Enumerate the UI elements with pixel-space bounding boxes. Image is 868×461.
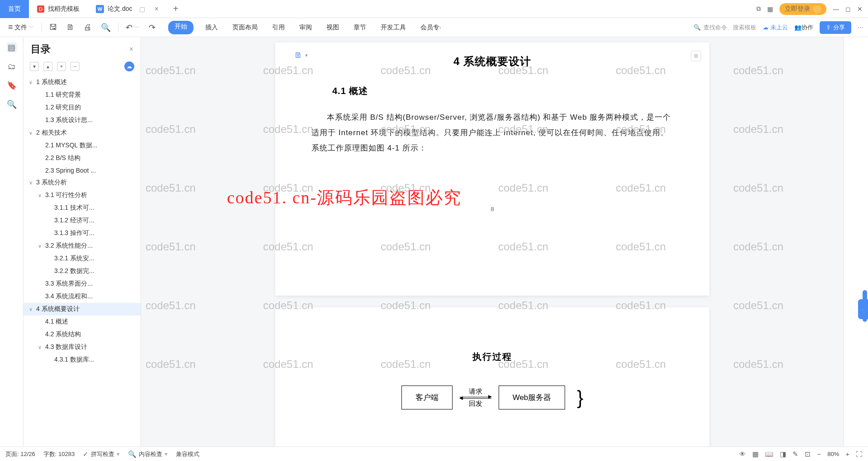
collapse-all-button[interactable]: ▾: [30, 62, 39, 71]
outline-item[interactable]: 3.2.1 系统安...: [24, 252, 141, 265]
tab-template[interactable]: D 找稻壳模板: [29, 0, 88, 18]
ribbon-chapter[interactable]: 章节: [351, 21, 369, 34]
document-canvas[interactable]: 🗎▾ ≡ 4 系统概要设计 4.1 概述 本系统采用 B/S 结构(Browse…: [141, 37, 844, 447]
save-as-button[interactable]: 🗎: [63, 21, 78, 34]
outline-item[interactable]: ∨2 相关技术: [24, 127, 141, 139]
ribbon-view[interactable]: 视图: [324, 21, 342, 34]
ribbon-references[interactable]: 引用: [269, 21, 288, 34]
document-page-2: 执行过程 客户端 请求 回发 Web服务器 }: [275, 307, 709, 447]
collab-button[interactable]: 👥协作: [794, 24, 813, 32]
outline-item[interactable]: 1.1 研究背景: [24, 89, 141, 101]
outline-item-label: 4 系统概要设计: [36, 305, 80, 313]
login-button[interactable]: 立即登录: [779, 3, 826, 15]
apps-icon[interactable]: ▦: [767, 5, 773, 13]
zoom-fit-icon[interactable]: ⊡: [805, 450, 811, 458]
share-icon: ⇧: [826, 24, 831, 31]
page-menu-icon[interactable]: ≡: [691, 51, 701, 61]
undo-button[interactable]: ↶﹀: [122, 21, 143, 34]
add-heading-button[interactable]: +: [57, 62, 66, 71]
status-page[interactable]: 页面: 12/26: [5, 450, 35, 458]
view-mode-1-icon[interactable]: ▦: [752, 450, 759, 458]
outline-item[interactable]: 2.2 B/S 结构: [24, 152, 141, 165]
outline-rail-icon[interactable]: ▤: [7, 42, 17, 52]
watermark-text: code51.cn: [733, 358, 783, 371]
close-window-icon[interactable]: ✕: [857, 5, 863, 13]
command-search[interactable]: 🔍查找命令、搜索模板: [693, 24, 756, 32]
minimize-icon[interactable]: —: [833, 5, 839, 13]
maximize-icon[interactable]: ◻: [845, 5, 851, 13]
bracket-icon: }: [577, 387, 583, 409]
outline-item[interactable]: 4.1 概述: [24, 315, 141, 328]
remove-heading-button[interactable]: −: [71, 62, 80, 71]
page-actions-icon[interactable]: 🗎▾: [294, 51, 308, 60]
outline-item[interactable]: 4.3.1 数据库...: [24, 353, 141, 366]
outline-item-label: 3 系统分析: [36, 179, 67, 187]
chevron-icon: ∨: [38, 193, 43, 198]
ribbon-vip[interactable]: 会员专›: [418, 21, 444, 34]
outline-item[interactable]: 3.2.2 数据完...: [24, 265, 141, 278]
search-rail-icon[interactable]: 🔍: [7, 99, 17, 109]
outline-item[interactable]: 3.3 系统界面分...: [24, 278, 141, 290]
ribbon-page-layout[interactable]: 页面布局: [230, 21, 260, 34]
outline-item[interactable]: 1.3 系统设计思...: [24, 114, 141, 127]
print-button[interactable]: 🖨: [80, 21, 95, 34]
search-icon: 🔍: [693, 24, 701, 31]
outline-item[interactable]: 4.2 系统结构: [24, 328, 141, 341]
outline-item-label: 3.1.3 操作可...: [54, 229, 94, 237]
preview-button[interactable]: 🔍: [97, 21, 114, 34]
outline-float-icon[interactable]: ☁: [124, 61, 134, 71]
share-button[interactable]: ⇧分享: [820, 21, 851, 34]
ribbon-insert[interactable]: 插入: [203, 21, 221, 34]
tab-window-icon[interactable]: ▢: [139, 5, 145, 13]
redo-button[interactable]: ↷: [145, 21, 159, 34]
outline-item[interactable]: ∨4 系统概要设计: [24, 303, 141, 315]
diagram-resp-label: 回发: [469, 400, 482, 408]
eye-icon[interactable]: 👁: [739, 450, 746, 458]
status-words[interactable]: 字数: 10283: [43, 450, 75, 458]
scrollbar-thumb[interactable]: [863, 290, 867, 322]
view-mode-3-icon[interactable]: ◨: [780, 450, 786, 458]
menu-button[interactable]: ≡文件﹀: [5, 21, 38, 34]
chevron-icon: ∨: [29, 180, 34, 186]
outline-item-label: 4.3.1 数据库...: [54, 356, 94, 364]
watermark-text: code51.cn: [733, 182, 783, 194]
tab-close-icon[interactable]: ×: [154, 5, 158, 13]
expand-all-button[interactable]: ▴: [43, 62, 52, 71]
outline-item[interactable]: ∨3.1 可行性分析: [24, 189, 141, 202]
outline-item[interactable]: 2.3 Spring Boot ...: [24, 165, 141, 176]
outline-close-icon[interactable]: ×: [129, 45, 133, 53]
outline-item[interactable]: 3.1.3 操作可...: [24, 227, 141, 240]
zoom-in-icon[interactable]: +: [845, 450, 849, 458]
spellcheck-button[interactable]: ✓拼写检查 ▾: [83, 450, 120, 458]
outline-item[interactable]: 2.1 MYSQL 数据...: [24, 139, 141, 152]
layout-icon[interactable]: ⧉: [756, 5, 761, 13]
outline-item[interactable]: ∨1 系统概述: [24, 76, 141, 89]
outline-item[interactable]: 3.1.1 技术可...: [24, 202, 141, 214]
view-mode-4-icon[interactable]: ✎: [793, 450, 798, 458]
right-rail: [844, 37, 868, 447]
tab-document[interactable]: W 论文.doc ▢ ×: [88, 0, 167, 18]
tab-home[interactable]: 首页: [0, 0, 29, 18]
outline-item-label: 3.1.2 经济可...: [54, 216, 94, 225]
outline-item[interactable]: 3.1.2 经济可...: [24, 214, 141, 227]
toolbar-more-icon[interactable]: ⋯: [858, 24, 863, 31]
cloud-status[interactable]: ☁未上云: [763, 24, 788, 32]
fullscreen-icon[interactable]: ⛶: [856, 450, 863, 458]
ribbon-review[interactable]: 审阅: [297, 21, 315, 34]
outline-item[interactable]: ∨4.3 数据库设计: [24, 341, 141, 353]
zoom-level[interactable]: 80%: [827, 451, 839, 457]
outline-item[interactable]: ∨3 系统分析: [24, 176, 141, 189]
outline-item[interactable]: 3.4 系统流程和...: [24, 290, 141, 303]
nav-rail-icon[interactable]: 🗂: [7, 61, 17, 71]
ribbon-start[interactable]: 开始: [168, 21, 193, 34]
outline-list[interactable]: ∨1 系统概述1.1 研究背景1.2 研究目的1.3 系统设计思...∨2 相关…: [24, 76, 141, 447]
zoom-out-icon[interactable]: −: [817, 450, 821, 458]
ribbon-devtools[interactable]: 开发工具: [378, 21, 409, 34]
save-button[interactable]: 🖫: [46, 21, 61, 34]
bookmark-rail-icon[interactable]: 🔖: [7, 80, 17, 90]
content-check-button[interactable]: 🔍内容检查 ▾: [128, 450, 168, 458]
outline-item[interactable]: ∨3.2 系统性能分...: [24, 240, 141, 252]
outline-item[interactable]: 1.2 研究目的: [24, 101, 141, 114]
new-tab-button[interactable]: +: [167, 4, 185, 14]
view-mode-2-icon[interactable]: 📖: [765, 450, 774, 458]
